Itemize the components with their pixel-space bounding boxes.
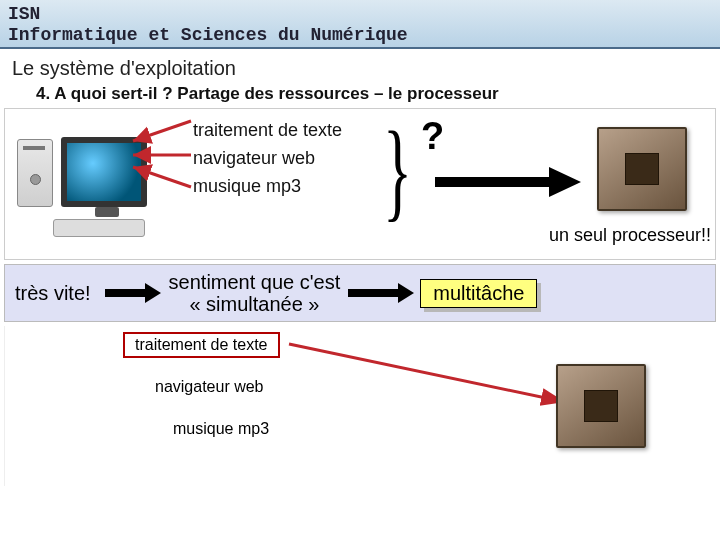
svg-line-3 [289,344,565,402]
header-acronym: ISN [8,4,712,25]
question-mark: ? [421,115,444,158]
svg-line-2 [133,167,191,187]
brace-icon: } [383,115,412,225]
arrow-red-3 [127,163,197,193]
diagram-top: traitement de texte navigateur web musiq… [4,108,716,260]
app-browser: navigateur web [193,145,342,173]
apps-list: traitement de texte navigateur web musiq… [193,117,342,201]
arrow-red-1 [127,117,197,147]
cpu-chip-icon-2 [556,364,646,448]
arrow-big-icon [433,165,583,199]
keyboard-icon [53,219,145,237]
red-line-to-cpu [287,340,577,420]
diagram-bottom: traitement de texte navigateur web musiq… [4,326,716,486]
label-fast: très vite! [15,282,91,305]
caption-single-processor: un seul processeur!! [549,225,711,246]
app2-text: traitement de texte [123,332,280,358]
slide-header: ISN Informatique et Sciences du Numériqu… [0,0,720,49]
cpu-chip-icon [597,127,687,211]
label-sentiment: sentiment que c'est « simultanée » [169,271,341,315]
svg-line-0 [133,121,191,141]
arrow-icon-2 [346,282,416,304]
app-music: musique mp3 [193,173,342,201]
computer-tower-icon [17,139,53,207]
slide-subtitle: Le système d'exploitation [0,49,720,84]
app2-music: musique mp3 [163,418,279,440]
question-line: 4. A quoi sert-il ? Partage des ressourc… [0,84,720,108]
app2-browser: navigateur web [145,376,274,398]
app-text: traitement de texte [193,117,342,145]
arrow-icon-1 [103,282,163,304]
band-multitask: très vite! sentiment que c'est « simulta… [4,264,716,322]
arrow-red-2 [127,145,197,165]
header-full: Informatique et Sciences du Numérique [8,25,712,46]
label-multitask: multitâche [420,279,537,308]
